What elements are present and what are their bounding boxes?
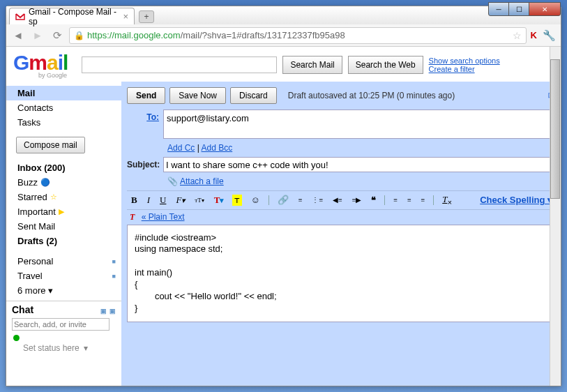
sidebar-sent[interactable]: Sent Mail: [6, 219, 121, 234]
link-button[interactable]: 🔗: [276, 195, 290, 206]
underline-button[interactable]: U: [158, 195, 167, 206]
compose-mail-button[interactable]: Compose mail: [16, 137, 85, 153]
forward-button[interactable]: ►: [30, 28, 45, 43]
highlight-button[interactable]: ᴛ: [232, 195, 242, 206]
emoji-button[interactable]: ☺: [249, 195, 261, 206]
search-input[interactable]: [82, 56, 277, 73]
chat-popout-icon[interactable]: ▣: [109, 308, 116, 315]
sidebar-buzz[interactable]: Buzz🔵: [6, 175, 121, 190]
sidebar-label-personal[interactable]: Personal■: [6, 254, 121, 269]
search-web-button[interactable]: Search the Web: [348, 56, 423, 74]
titlebar: Gmail - Compose Mail - sp × + ─ ☐ ✕: [6, 6, 561, 24]
add-bcc-link[interactable]: Add Bcc: [201, 143, 232, 153]
gmail-header: Gmail by Google Search Mail Search the W…: [6, 47, 561, 82]
quote-button[interactable]: ❝: [370, 195, 377, 206]
sidebar-tasks[interactable]: Tasks: [6, 115, 121, 130]
add-cc-link[interactable]: Add Cc: [167, 143, 195, 153]
subject-field[interactable]: [163, 157, 555, 172]
align-right-button[interactable]: ≡: [420, 196, 427, 204]
important-icon: ▶: [59, 207, 64, 216]
page-content: Gmail by Google Search Mail Search the W…: [6, 47, 561, 386]
bullet-list-button[interactable]: ⋮≡: [310, 196, 324, 204]
label-square-icon: ■: [112, 273, 116, 280]
gmail-logo: Gmail by Google: [13, 51, 76, 79]
window-controls: ─ ☐ ✕: [489, 2, 561, 16]
to-field[interactable]: support@listary.com: [163, 110, 555, 139]
save-now-button[interactable]: Save Now: [169, 87, 226, 104]
wrench-icon[interactable]: 🔧: [541, 28, 557, 43]
sidebar: Mail Contacts Tasks Compose mail Inbox (…: [6, 82, 121, 386]
browser-window: Gmail - Compose Mail - sp × + ─ ☐ ✕ ◄ ► …: [6, 6, 561, 386]
discard-button[interactable]: Discard: [230, 87, 277, 104]
url-path: /mail/?shva=1#drafts/131712337fb95a98: [181, 30, 345, 40]
sidebar-starred[interactable]: Starred☆: [6, 190, 121, 204]
text-color-button[interactable]: T▾: [213, 195, 226, 206]
label-square-icon: ■: [112, 258, 116, 265]
align-center-button[interactable]: ≡: [406, 196, 413, 204]
attach-file-link[interactable]: Attach a file: [180, 176, 224, 186]
create-filter-link[interactable]: Create a filter: [429, 65, 500, 73]
extension-icon[interactable]: K: [531, 30, 537, 40]
browser-toolbar: ◄ ► ⟳ 🔒 https://mail.google.com/mail/?sh…: [6, 24, 561, 47]
search-mail-button[interactable]: Search Mail: [282, 56, 342, 74]
numbered-list-button[interactable]: ≡: [297, 196, 304, 204]
star-icon: ☆: [50, 193, 57, 202]
formatting-toolbar: B I U F▾ тT▾ T▾ ᴛ ☺ 🔗 ≡ ⋮≡ ◀≡ ≡▶ ❝ ≡: [127, 190, 555, 210]
buzz-icon: 🔵: [40, 178, 50, 187]
reload-button[interactable]: ⟳: [50, 28, 65, 43]
plain-text-link[interactable]: « Plain Text: [142, 212, 185, 222]
tab-title: Gmail - Compose Mail - sp: [29, 7, 119, 27]
message-body[interactable]: #include <iostream> using namespace std;…: [127, 225, 555, 322]
sidebar-drafts[interactable]: Drafts (2): [6, 234, 121, 248]
font-size-button[interactable]: тT▾: [193, 197, 205, 204]
indent-button[interactable]: ≡▶: [351, 196, 363, 204]
tab-close-icon[interactable]: ×: [123, 11, 128, 22]
autosave-status: Draft autosaved at 10:25 PM (0 minutes a…: [288, 91, 455, 100]
bookmark-star-icon[interactable]: ☆: [513, 30, 522, 41]
sidebar-label-travel[interactable]: Travel■: [6, 269, 121, 283]
chat-header: Chat ▣ ▣: [6, 301, 121, 317]
rich-text-icon: T: [130, 212, 135, 222]
plain-text-row: T « Plain Text: [127, 210, 555, 225]
url-host: https://mail.google.com: [87, 30, 181, 40]
scrollbar[interactable]: [550, 82, 561, 386]
address-bar[interactable]: 🔒 https://mail.google.com/mail/?shva=1#d…: [69, 27, 527, 44]
check-spelling-link[interactable]: Check Spelling ▾: [480, 195, 552, 205]
main-area: Mail Contacts Tasks Compose mail Inbox (…: [6, 82, 561, 386]
sidebar-contacts[interactable]: Contacts: [6, 100, 121, 115]
remove-format-button[interactable]: T×: [441, 194, 453, 206]
outdent-button[interactable]: ◀≡: [331, 196, 344, 204]
gmail-favicon: [15, 12, 25, 22]
close-button[interactable]: ✕: [529, 2, 561, 16]
sidebar-mail[interactable]: Mail: [6, 86, 121, 100]
minimize-button[interactable]: ─: [488, 2, 509, 16]
sidebar-more[interactable]: 6 more ▾: [6, 283, 121, 298]
send-button[interactable]: Send: [127, 87, 165, 104]
set-status-text[interactable]: Set status here ▾: [23, 343, 121, 353]
chat-search-input[interactable]: [12, 318, 109, 331]
italic-button[interactable]: I: [146, 195, 151, 206]
compose-panel: Send Save Now Discard Draft autosaved at…: [121, 82, 561, 386]
sidebar-important[interactable]: Important▶: [6, 204, 121, 219]
status-available-icon[interactable]: [13, 335, 20, 341]
font-button[interactable]: F▾: [174, 195, 186, 206]
new-tab-button[interactable]: +: [139, 10, 154, 23]
to-label[interactable]: To:: [146, 112, 159, 122]
maximize-button[interactable]: ☐: [508, 2, 529, 16]
sidebar-inbox[interactable]: Inbox (200): [6, 160, 121, 175]
scrollbar-thumb[interactable]: [550, 82, 560, 199]
back-button[interactable]: ◄: [10, 28, 26, 43]
align-left-button[interactable]: ≡: [392, 196, 399, 204]
bold-button[interactable]: B: [130, 195, 139, 206]
paperclip-icon: 📎: [167, 176, 178, 186]
chat-collapse-icon[interactable]: ▣: [100, 308, 107, 315]
compose-toolbar: Send Save Now Discard Draft autosaved at…: [127, 87, 555, 104]
browser-tab[interactable]: Gmail - Compose Mail - sp ×: [9, 8, 135, 24]
show-search-options-link[interactable]: Show search options: [429, 56, 500, 65]
subject-label: Subject:: [127, 157, 163, 169]
search-options-links: Show search options Create a filter: [429, 56, 500, 73]
lock-icon: 🔒: [74, 31, 84, 40]
